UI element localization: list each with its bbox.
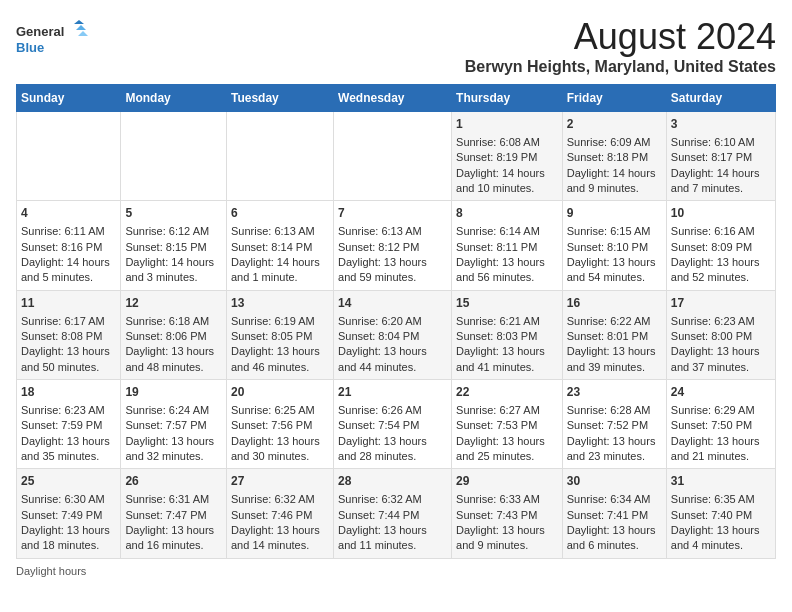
calendar-cell: 3Sunrise: 6:10 AMSunset: 8:17 PMDaylight… [666,112,775,201]
day-number: 30 [567,473,662,490]
day-number: 9 [567,205,662,222]
day-info: Sunrise: 6:10 AMSunset: 8:17 PMDaylight:… [671,136,760,194]
calendar-cell: 12Sunrise: 6:18 AMSunset: 8:06 PMDayligh… [121,290,227,379]
day-info: Sunrise: 6:29 AMSunset: 7:50 PMDaylight:… [671,404,760,462]
calendar-cell: 16Sunrise: 6:22 AMSunset: 8:01 PMDayligh… [562,290,666,379]
day-number: 26 [125,473,222,490]
calendar-cell: 13Sunrise: 6:19 AMSunset: 8:05 PMDayligh… [226,290,333,379]
calendar-cell: 17Sunrise: 6:23 AMSunset: 8:00 PMDayligh… [666,290,775,379]
day-number: 1 [456,116,558,133]
day-info: Sunrise: 6:24 AMSunset: 7:57 PMDaylight:… [125,404,214,462]
calendar-cell: 31Sunrise: 6:35 AMSunset: 7:40 PMDayligh… [666,469,775,558]
calendar-cell: 28Sunrise: 6:32 AMSunset: 7:44 PMDayligh… [334,469,452,558]
calendar-cell: 14Sunrise: 6:20 AMSunset: 8:04 PMDayligh… [334,290,452,379]
day-info: Sunrise: 6:08 AMSunset: 8:19 PMDaylight:… [456,136,545,194]
day-info: Sunrise: 6:35 AMSunset: 7:40 PMDaylight:… [671,493,760,551]
day-number: 3 [671,116,771,133]
day-info: Sunrise: 6:26 AMSunset: 7:54 PMDaylight:… [338,404,427,462]
header-cell-saturday: Saturday [666,85,775,112]
calendar-week-row: 4Sunrise: 6:11 AMSunset: 8:16 PMDaylight… [17,201,776,290]
calendar-cell: 27Sunrise: 6:32 AMSunset: 7:46 PMDayligh… [226,469,333,558]
calendar-cell: 24Sunrise: 6:29 AMSunset: 7:50 PMDayligh… [666,380,775,469]
header-cell-tuesday: Tuesday [226,85,333,112]
day-info: Sunrise: 6:31 AMSunset: 7:47 PMDaylight:… [125,493,214,551]
svg-marker-3 [76,25,86,30]
day-info: Sunrise: 6:14 AMSunset: 8:11 PMDaylight:… [456,225,545,283]
day-info: Sunrise: 6:32 AMSunset: 7:46 PMDaylight:… [231,493,320,551]
header-cell-friday: Friday [562,85,666,112]
calendar-cell: 7Sunrise: 6:13 AMSunset: 8:12 PMDaylight… [334,201,452,290]
calendar-cell: 30Sunrise: 6:34 AMSunset: 7:41 PMDayligh… [562,469,666,558]
day-number: 2 [567,116,662,133]
day-info: Sunrise: 6:27 AMSunset: 7:53 PMDaylight:… [456,404,545,462]
day-number: 5 [125,205,222,222]
svg-marker-4 [78,31,88,36]
day-info: Sunrise: 6:15 AMSunset: 8:10 PMDaylight:… [567,225,656,283]
day-info: Sunrise: 6:32 AMSunset: 7:44 PMDaylight:… [338,493,427,551]
day-number: 4 [21,205,116,222]
page-subtitle: Berwyn Heights, Maryland, United States [465,58,776,76]
calendar-cell: 11Sunrise: 6:17 AMSunset: 8:08 PMDayligh… [17,290,121,379]
day-info: Sunrise: 6:16 AMSunset: 8:09 PMDaylight:… [671,225,760,283]
header-cell-thursday: Thursday [452,85,563,112]
calendar-cell: 10Sunrise: 6:16 AMSunset: 8:09 PMDayligh… [666,201,775,290]
calendar-week-row: 1Sunrise: 6:08 AMSunset: 8:19 PMDaylight… [17,112,776,201]
day-info: Sunrise: 6:20 AMSunset: 8:04 PMDaylight:… [338,315,427,373]
day-number: 31 [671,473,771,490]
day-info: Sunrise: 6:33 AMSunset: 7:43 PMDaylight:… [456,493,545,551]
day-number: 12 [125,295,222,312]
day-number: 24 [671,384,771,401]
day-number: 22 [456,384,558,401]
page-title: August 2024 [465,16,776,58]
day-info: Sunrise: 6:28 AMSunset: 7:52 PMDaylight:… [567,404,656,462]
calendar-cell [121,112,227,201]
logo-svg: General Blue [16,20,96,62]
logo: General Blue [16,20,96,62]
calendar-table: SundayMondayTuesdayWednesdayThursdayFrid… [16,84,776,559]
svg-text:General: General [16,24,64,39]
header-row: SundayMondayTuesdayWednesdayThursdayFrid… [17,85,776,112]
day-number: 16 [567,295,662,312]
svg-text:Blue: Blue [16,40,44,55]
day-number: 20 [231,384,329,401]
day-info: Sunrise: 6:23 AMSunset: 7:59 PMDaylight:… [21,404,110,462]
day-info: Sunrise: 6:30 AMSunset: 7:49 PMDaylight:… [21,493,110,551]
calendar-cell: 4Sunrise: 6:11 AMSunset: 8:16 PMDaylight… [17,201,121,290]
header-cell-sunday: Sunday [17,85,121,112]
day-number: 14 [338,295,447,312]
calendar-cell: 8Sunrise: 6:14 AMSunset: 8:11 PMDaylight… [452,201,563,290]
day-number: 27 [231,473,329,490]
header-cell-wednesday: Wednesday [334,85,452,112]
day-info: Sunrise: 6:13 AMSunset: 8:14 PMDaylight:… [231,225,320,283]
day-info: Sunrise: 6:25 AMSunset: 7:56 PMDaylight:… [231,404,320,462]
day-number: 8 [456,205,558,222]
day-info: Sunrise: 6:13 AMSunset: 8:12 PMDaylight:… [338,225,427,283]
calendar-cell: 25Sunrise: 6:30 AMSunset: 7:49 PMDayligh… [17,469,121,558]
calendar-cell: 19Sunrise: 6:24 AMSunset: 7:57 PMDayligh… [121,380,227,469]
day-info: Sunrise: 6:19 AMSunset: 8:05 PMDaylight:… [231,315,320,373]
svg-marker-2 [74,20,84,24]
day-info: Sunrise: 6:12 AMSunset: 8:15 PMDaylight:… [125,225,214,283]
day-number: 15 [456,295,558,312]
day-info: Sunrise: 6:18 AMSunset: 8:06 PMDaylight:… [125,315,214,373]
day-number: 21 [338,384,447,401]
day-info: Sunrise: 6:23 AMSunset: 8:00 PMDaylight:… [671,315,760,373]
calendar-cell: 21Sunrise: 6:26 AMSunset: 7:54 PMDayligh… [334,380,452,469]
day-number: 13 [231,295,329,312]
calendar-cell: 15Sunrise: 6:21 AMSunset: 8:03 PMDayligh… [452,290,563,379]
calendar-cell: 2Sunrise: 6:09 AMSunset: 8:18 PMDaylight… [562,112,666,201]
calendar-cell [226,112,333,201]
day-number: 6 [231,205,329,222]
calendar-header: SundayMondayTuesdayWednesdayThursdayFrid… [17,85,776,112]
calendar-cell: 1Sunrise: 6:08 AMSunset: 8:19 PMDaylight… [452,112,563,201]
day-number: 23 [567,384,662,401]
calendar-cell: 20Sunrise: 6:25 AMSunset: 7:56 PMDayligh… [226,380,333,469]
day-number: 7 [338,205,447,222]
day-number: 10 [671,205,771,222]
day-info: Sunrise: 6:17 AMSunset: 8:08 PMDaylight:… [21,315,110,373]
header-cell-monday: Monday [121,85,227,112]
day-info: Sunrise: 6:34 AMSunset: 7:41 PMDaylight:… [567,493,656,551]
day-number: 25 [21,473,116,490]
day-number: 19 [125,384,222,401]
calendar-cell: 26Sunrise: 6:31 AMSunset: 7:47 PMDayligh… [121,469,227,558]
